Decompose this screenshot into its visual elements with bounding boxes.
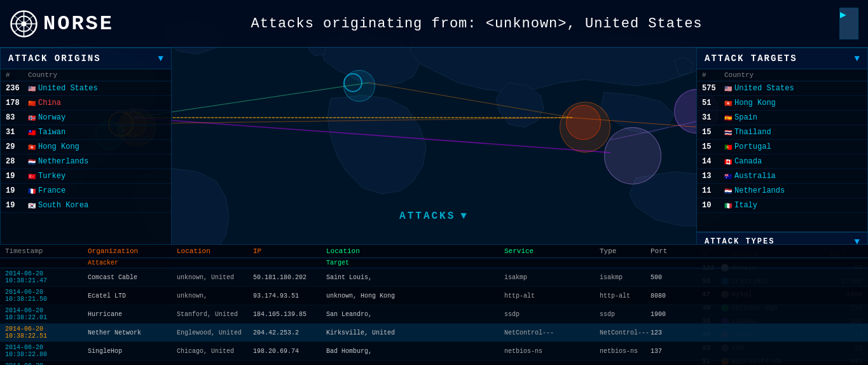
targets-icon: ▼ (855, 53, 860, 64)
organization: Ecatel LTD (88, 293, 177, 300)
location: Englewood, United (177, 329, 253, 336)
flag-icon: 🇹🇼 (28, 129, 37, 135)
data-table-row[interactable]: 2014-06-20 10:38:21.47 Comcast Cable unk… (0, 268, 868, 287)
organization: Hurricane (88, 311, 177, 318)
col-port: Port (651, 247, 689, 255)
origin-row: 19 🇫🇷 France (1, 184, 171, 198)
attacker-label: Attacker (88, 259, 177, 266)
target-row: 575 🇺🇸 United States (697, 81, 867, 96)
flag-icon: 🇳🇱 (28, 158, 37, 165)
flag-icon: 🇮🇹 (724, 202, 733, 209)
country-name: Netherlands (38, 157, 166, 166)
origin-row: 19 🇹🇷 Turkey (1, 169, 171, 184)
header-title: Attacks originating from: <unknown>, Uni… (114, 16, 839, 32)
service: NetControl--- (504, 329, 600, 336)
target-location: San Leandro, (326, 311, 504, 318)
target-location: Saint Louis, (326, 274, 504, 281)
targets-col-hash: # (702, 71, 724, 79)
country-name: United States (734, 84, 862, 93)
flag-icon: 🇵🇹 (724, 144, 733, 150)
bottom-data-table: Timestamp Organization Location IP Locat… (0, 244, 868, 365)
origins-rows: 236 🇺🇸 United States 178 🇨🇳 China 83 🇳🇴 … (1, 81, 171, 213)
target-row: 15 🇵🇹 Portugal (697, 140, 867, 155)
attack-types-panel: ATTACK TYPES ▼ # Service Port 122 domain… (696, 232, 868, 244)
country-name: Norway (38, 113, 166, 122)
port: 500 (651, 274, 689, 281)
target-location: Kirksville, United (326, 329, 504, 336)
origins-col-country: Country (28, 71, 166, 79)
origin-row: 178 🇨🇳 China (1, 96, 171, 111)
col-target-loc: Location (326, 247, 504, 255)
country-name: Turkey (38, 172, 166, 181)
origins-table-header: # Country (1, 69, 171, 81)
service: isakmp (504, 274, 600, 281)
organization: Nether Network (88, 329, 177, 336)
type: netbios-ns (600, 348, 651, 355)
location: Chicago, United (177, 348, 253, 355)
ip-address: 198.20.69.74 (253, 348, 326, 355)
country-name: Taiwan (38, 128, 166, 137)
location: Stanford, United (177, 311, 253, 318)
attack-targets-title: ATTACK TARGETS (705, 53, 797, 64)
flag-icon: 🇭🇰 (724, 100, 733, 106)
target-label: Target (326, 259, 504, 266)
location: unknown, United (177, 274, 253, 281)
bottom-table-header: Timestamp Organization Location IP Locat… (0, 245, 868, 258)
logo-icon (10, 10, 38, 38)
flag-icon: 🇳🇱 (724, 188, 733, 194)
attack-targets-header: ATTACK TARGETS ▼ (697, 48, 867, 69)
flag-icon: 🇦🇺 (724, 173, 733, 179)
logo: NORSE (10, 10, 114, 38)
flag-icon: 🇹🇷 (28, 173, 37, 179)
country-name: Thailand (734, 128, 862, 137)
origin-row: 83 🇳🇴 Norway (1, 111, 171, 125)
target-location: unknown, Hong Kong (326, 293, 504, 300)
origin-row: 19 🇰🇷 South Korea (1, 198, 171, 213)
target-row: 31 🇪🇸 Spain (697, 111, 867, 125)
flag-icon: 🇨🇳 (28, 100, 37, 106)
flag-icon: 🇺🇸 (724, 85, 733, 92)
flag-icon: 🇨🇦 (724, 158, 733, 165)
flag-icon: 🇰🇷 (28, 202, 37, 209)
type: NetControl--- (600, 329, 651, 336)
origin-row: 28 🇳🇱 Netherlands (1, 155, 171, 169)
organization: SingleHop (88, 348, 177, 355)
target-location: Bad Homburg, (326, 348, 504, 355)
col-service: Service (504, 247, 600, 255)
targets-rows: 575 🇺🇸 United States 51 🇭🇰 Hong Kong 31 … (697, 81, 867, 213)
service: http-alt (504, 293, 600, 300)
timestamp: 2014-06-20 10:38:23.21 (5, 362, 88, 365)
data-table-row[interactable]: 2014-06-20 10:38:22.51 Nether Network En… (0, 324, 868, 342)
country-name: Spain (734, 113, 862, 122)
data-table-row[interactable]: 2014-06-20 10:38:21.50 Ecatel LTD unknow… (0, 287, 868, 305)
country-name: Canada (734, 157, 862, 166)
header: NORSE Attacks originating from: <unknown… (0, 0, 868, 48)
target-row: 11 🇳🇱 Netherlands (697, 184, 867, 198)
target-row: 15 🇹🇭 Thailand (697, 125, 867, 140)
ip-address: 184.105.139.85 (253, 311, 326, 318)
timestamp: 2014-06-20 10:38:22.80 (5, 344, 88, 358)
port: 8080 (651, 293, 689, 300)
col-type: Type (600, 247, 651, 255)
attack-targets-panel: ATTACK TARGETS ▼ # Country 575 🇺🇸 United… (696, 48, 868, 232)
ip-address: 93.174.93.51 (253, 293, 326, 300)
origins-icon: ▼ (158, 53, 163, 64)
service: ssdp (504, 311, 600, 318)
organization: Comcast Cable (88, 274, 177, 281)
origin-row: 31 🇹🇼 Taiwan (1, 125, 171, 140)
collapse-button[interactable]: ▶ (839, 8, 858, 39)
target-row: 14 🇨🇦 Canada (697, 155, 867, 169)
flag-icon: 🇳🇴 (28, 114, 37, 121)
flag-icon: 🇫🇷 (28, 188, 37, 194)
col-org: Organization (88, 247, 177, 255)
location: unknown, (177, 293, 253, 300)
data-table-row[interactable]: 2014-06-20 10:38:23.21 Webhosting.Net Mi… (0, 361, 868, 365)
targets-col-country: Country (724, 71, 862, 79)
attacks-label: ATTACKS ▼ (399, 210, 469, 222)
data-table-row[interactable]: 2014-06-20 10:38:22.80 SingleHop Chicago… (0, 342, 868, 361)
country-name: United States (38, 84, 166, 93)
country-name: Hong Kong (38, 142, 166, 151)
country-name: France (38, 186, 166, 195)
port: 137 (651, 348, 689, 355)
data-table-row[interactable]: 2014-06-20 10:38:22.01 Hurricane Stanfor… (0, 305, 868, 324)
